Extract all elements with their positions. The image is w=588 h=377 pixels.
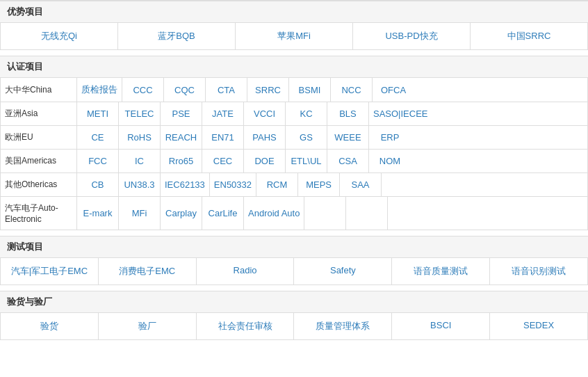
cert-cell-eu-5[interactable]: GS [286, 126, 327, 149]
cert-cell-auto-4[interactable]: Android Auto [244, 197, 304, 230]
inspection-row: 验货 验厂 社会责任审核 质量管理体系 BSCI SEDEX [0, 313, 588, 340]
cert-cell-asia-5[interactable]: KC [286, 102, 327, 125]
cert-cell-auto-0[interactable]: E-mark [77, 197, 119, 230]
cert-cell-china-7[interactable]: OFCA [373, 78, 414, 102]
advantage-item-0[interactable]: 无线充Qi [1, 23, 118, 49]
inspection-title: 验货与验厂 [0, 291, 588, 313]
cert-cell-other-7 [382, 173, 423, 196]
cert-cell-americas-7[interactable]: NOM [369, 150, 411, 173]
cert-cell-other-6[interactable]: SAA [340, 173, 382, 196]
cert-cell-china-5[interactable]: BSMI [289, 78, 331, 102]
cert-cell-americas-1[interactable]: IC [119, 150, 161, 173]
cert-row-americas: 美国Americas FCC IC Rro65 CEC DOE ETL\UL C… [1, 150, 587, 173]
cert-label-americas: 美国Americas [1, 150, 77, 173]
cert-cell-china-4[interactable]: SRRC [247, 78, 289, 102]
cert-cell-eu-0[interactable]: CE [77, 126, 119, 149]
cert-row-other: 其他Othericas CB UN38.3 IEC62133 EN50332 R… [1, 173, 587, 197]
testing-item-2[interactable]: Radio [197, 258, 295, 284]
cert-cell-china-1[interactable]: CCC [122, 78, 164, 102]
inspection-item-1[interactable]: 验厂 [99, 313, 197, 339]
cert-label-china: 大中华China [1, 78, 77, 102]
testing-title: 测试项目 [0, 236, 588, 258]
cert-cells-americas: FCC IC Rro65 CEC DOE ETL\UL CSA NOM [77, 150, 587, 173]
cert-cell-asia-4[interactable]: VCCI [244, 102, 286, 125]
cert-cell-other-4[interactable]: RCM [256, 173, 298, 196]
advantage-item-1[interactable]: 蓝牙BQB [118, 23, 236, 49]
cert-cell-americas-0[interactable]: FCC [77, 150, 119, 173]
cert-cell-asia-2[interactable]: PSE [161, 102, 202, 125]
cert-cell-china-3[interactable]: CTA [206, 78, 247, 102]
inspection-item-5[interactable]: SEDEX [490, 313, 587, 339]
inspection-item-4[interactable]: BSCI [392, 313, 490, 339]
cert-cell-eu-1[interactable]: RoHS [119, 126, 161, 149]
testing-item-1[interactable]: 消费电子EMC [99, 258, 197, 284]
cert-cell-auto-5 [304, 197, 346, 230]
certification-title: 认证项目 [0, 56, 588, 78]
testing-item-4[interactable]: 语音质量测试 [392, 258, 490, 284]
cert-cell-americas-6[interactable]: CSA [327, 150, 369, 173]
cert-cell-other-1[interactable]: UN38.3 [119, 173, 161, 196]
cert-cells-eu: CE RoHS REACH EN71 PAHS GS WEEE ERP [77, 126, 587, 149]
testing-row: 汽车|军工电子EMC 消费电子EMC Radio Safety 语音质量测试 语… [0, 258, 588, 285]
cert-cells-china: 质检报告 CCC CQC CTA SRRC BSMI NCC OFCA [77, 78, 587, 102]
cert-cell-eu-4[interactable]: PAHS [244, 126, 286, 149]
cert-cell-eu-3[interactable]: EN71 [202, 126, 244, 149]
cert-cell-other-5[interactable]: MEPS [298, 173, 340, 196]
inspection-item-2[interactable]: 社会责任审核 [197, 313, 295, 339]
cert-row-china: 大中华China 质检报告 CCC CQC CTA SRRC BSMI NCC … [1, 78, 587, 102]
cert-cell-asia-6[interactable]: BLS [327, 102, 369, 125]
cert-row-auto: 汽车电子Auto-Electronic E-mark MFi Carplay C… [1, 197, 587, 230]
cert-label-asia: 亚洲Asia [1, 102, 77, 125]
cert-label-auto: 汽车电子Auto-Electronic [1, 197, 77, 230]
certification-table: 大中华China 质检报告 CCC CQC CTA SRRC BSMI NCC … [0, 78, 588, 230]
cert-cell-eu-6[interactable]: WEEE [327, 126, 369, 149]
cert-cell-other-3[interactable]: EN50332 [210, 173, 256, 196]
cert-cell-asia-7[interactable]: SASO|IECEE [369, 102, 432, 125]
cert-cell-china-2[interactable]: CQC [164, 78, 206, 102]
cert-label-other: 其他Othericas [1, 173, 77, 196]
cert-cell-asia-1[interactable]: TELEC [119, 102, 161, 125]
cert-cell-auto-1[interactable]: MFi [119, 197, 161, 230]
testing-item-3[interactable]: Safety [294, 258, 392, 284]
cert-cells-other: CB UN38.3 IEC62133 EN50332 RCM MEPS SAA [77, 173, 587, 196]
advantage-title: 优势项目 [0, 1, 588, 23]
cert-row-eu: 欧洲EU CE RoHS REACH EN71 PAHS GS WEEE ERP [1, 126, 587, 150]
cert-label-eu: 欧洲EU [1, 126, 77, 149]
inspection-item-0[interactable]: 验货 [1, 313, 99, 339]
cert-cells-asia: METI TELEC PSE JATE VCCI KC BLS SASO|IEC… [77, 102, 587, 125]
advantage-item-4[interactable]: 中国SRRC [471, 23, 587, 49]
cert-cell-auto-7 [388, 197, 430, 230]
cert-cell-americas-5[interactable]: ETL\UL [286, 150, 327, 173]
cert-row-asia: 亚洲Asia METI TELEC PSE JATE VCCI KC BLS S… [1, 102, 587, 126]
cert-cell-auto-6 [346, 197, 388, 230]
cert-cell-americas-2[interactable]: Rro65 [161, 150, 202, 173]
advantage-row: 无线充Qi 蓝牙BQB 苹果MFi USB-PD快充 中国SRRC [0, 23, 588, 50]
cert-cell-auto-3[interactable]: CarLife [202, 197, 244, 230]
cert-cells-auto: E-mark MFi Carplay CarLife Android Auto [77, 197, 587, 230]
cert-cell-other-2[interactable]: IEC62133 [161, 173, 210, 196]
testing-item-5[interactable]: 语音识别测试 [490, 258, 587, 284]
advantage-item-3[interactable]: USB-PD快充 [353, 23, 471, 49]
inspection-item-3[interactable]: 质量管理体系 [294, 313, 392, 339]
cert-cell-asia-0[interactable]: METI [77, 102, 119, 125]
cert-cell-americas-4[interactable]: DOE [244, 150, 286, 173]
cert-cell-auto-2[interactable]: Carplay [161, 197, 202, 230]
cert-cell-china-0[interactable]: 质检报告 [77, 78, 122, 102]
cert-cell-china-6[interactable]: NCC [331, 78, 373, 102]
advantage-item-2[interactable]: 苹果MFi [236, 23, 353, 49]
cert-cell-other-0[interactable]: CB [77, 173, 119, 196]
cert-cell-eu-7[interactable]: ERP [369, 126, 411, 149]
cert-cell-americas-3[interactable]: CEC [202, 150, 244, 173]
cert-cell-asia-3[interactable]: JATE [202, 102, 244, 125]
cert-cell-eu-2[interactable]: REACH [161, 126, 202, 149]
testing-item-0[interactable]: 汽车|军工电子EMC [1, 258, 99, 284]
